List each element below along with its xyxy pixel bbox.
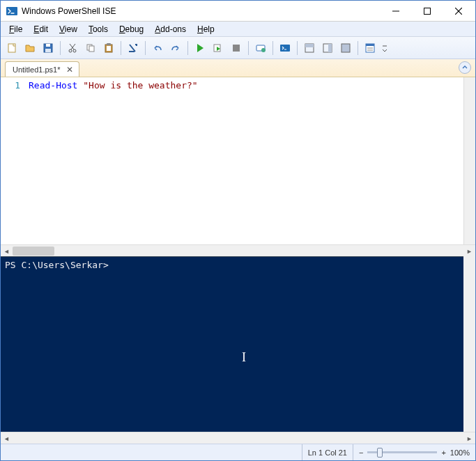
console-horizontal-scrollbar[interactable]: ◄ ►: [1, 432, 475, 444]
svg-rect-20: [280, 45, 290, 52]
separator: [248, 41, 249, 55]
svg-rect-22: [305, 44, 314, 47]
svg-point-19: [261, 48, 266, 52]
code-area[interactable]: Read-Host "How is the weather?": [26, 77, 463, 244]
svg-rect-12: [89, 46, 94, 52]
collapse-script-pane-button[interactable]: [459, 61, 471, 74]
window-controls: [380, 1, 474, 21]
scroll-left-arrow[interactable]: ◄: [1, 245, 13, 257]
toolbar-overflow-button[interactable]: [380, 40, 390, 56]
zoom-control: − + 100%: [359, 448, 470, 457]
code-cmdlet: Read-Host: [29, 80, 77, 91]
run-selection-button[interactable]: [210, 40, 227, 56]
paste-button[interactable]: [100, 40, 117, 56]
statusbar: Ln 1 Col 21 − + 100%: [1, 444, 475, 460]
stop-button[interactable]: [228, 40, 245, 56]
text-cursor-icon: I: [242, 350, 246, 365]
cut-button[interactable]: [64, 40, 81, 56]
show-script-max-button[interactable]: [337, 40, 354, 56]
menu-file[interactable]: File: [3, 23, 28, 36]
toolbar: [1, 37, 475, 59]
svg-rect-14: [107, 46, 111, 51]
new-remote-tab-button[interactable]: [252, 40, 269, 56]
svg-rect-2: [424, 8, 430, 14]
svg-point-10: [73, 49, 76, 52]
zoom-level: 100%: [450, 448, 470, 457]
separator: [145, 41, 146, 55]
separator: [272, 41, 273, 55]
powershell-icon: [6, 6, 17, 17]
zoom-out-button[interactable]: −: [359, 448, 363, 457]
console-wrap: PS C:\Users\Serkar> I: [1, 256, 475, 432]
show-script-top-button[interactable]: [301, 40, 318, 56]
svg-rect-8: [45, 49, 51, 52]
scroll-right-arrow[interactable]: ►: [463, 245, 475, 257]
zoom-slider[interactable]: [367, 451, 437, 453]
svg-point-9: [69, 49, 72, 52]
tab-label: Untitled1.ps1*: [13, 65, 61, 74]
svg-rect-25: [341, 44, 350, 52]
copy-button[interactable]: [82, 40, 99, 56]
console-vertical-scrollbar[interactable]: [463, 256, 475, 432]
console-prompt: PS C:\Users\Serkar>: [5, 260, 459, 270]
editor-vertical-scrollbar[interactable]: [463, 77, 475, 244]
scroll-left-arrow[interactable]: ◄: [1, 432, 13, 444]
cursor-position: Ln 1 Col 21: [302, 444, 353, 460]
tabbar: Untitled1.ps1* ✕: [1, 59, 475, 77]
scroll-right-arrow[interactable]: ►: [463, 432, 475, 444]
clear-console-button[interactable]: [125, 40, 141, 56]
window-title: Windows PowerShell ISE: [22, 6, 380, 16]
menubar: File Edit View Tools Debug Add-ons Help: [1, 22, 475, 37]
undo-button[interactable]: [149, 40, 166, 56]
start-powershell-button[interactable]: [277, 40, 293, 56]
redo-button[interactable]: [167, 40, 184, 56]
tab-close-button[interactable]: ✕: [65, 65, 75, 75]
line-gutter: 1: [1, 77, 26, 244]
svg-rect-0: [6, 7, 17, 15]
script-editor[interactable]: 1 Read-Host "How is the weather?": [1, 77, 475, 244]
menu-tools[interactable]: Tools: [83, 23, 114, 36]
show-command-button[interactable]: [362, 40, 378, 56]
show-script-right-button[interactable]: [319, 40, 336, 56]
console-pane[interactable]: PS C:\Users\Serkar> I: [1, 256, 463, 432]
save-button[interactable]: [40, 40, 56, 56]
menu-help[interactable]: Help: [192, 23, 220, 36]
menu-addons[interactable]: Add-ons: [149, 23, 192, 36]
editor-horizontal-scrollbar[interactable]: ◄ ►: [1, 244, 475, 256]
menu-view[interactable]: View: [54, 23, 83, 36]
menu-debug[interactable]: Debug: [114, 23, 149, 36]
svg-rect-5: [8, 44, 15, 52]
code-string: "How is the weather?": [83, 80, 197, 91]
new-file-button[interactable]: [3, 40, 20, 56]
close-button[interactable]: [443, 1, 474, 21]
svg-rect-17: [233, 45, 240, 52]
open-file-button[interactable]: [22, 40, 38, 56]
run-script-button[interactable]: [192, 40, 208, 56]
svg-rect-15: [107, 43, 111, 45]
svg-rect-24: [328, 44, 332, 52]
zoom-slider-thumb[interactable]: [377, 448, 383, 458]
minimize-button[interactable]: [380, 1, 411, 21]
separator: [297, 41, 298, 55]
scroll-thumb[interactable]: [13, 247, 54, 256]
titlebar: Windows PowerShell ISE: [1, 1, 475, 22]
separator: [187, 41, 188, 55]
svg-rect-27: [366, 44, 374, 46]
menu-edit[interactable]: Edit: [28, 23, 54, 36]
separator: [121, 41, 121, 55]
tab-untitled1[interactable]: Untitled1.ps1* ✕: [5, 61, 79, 77]
maximize-button[interactable]: [411, 1, 443, 21]
svg-rect-7: [46, 44, 50, 47]
zoom-in-button[interactable]: +: [441, 448, 445, 457]
separator: [358, 41, 358, 55]
separator: [60, 41, 61, 55]
line-number: 1: [1, 80, 20, 91]
